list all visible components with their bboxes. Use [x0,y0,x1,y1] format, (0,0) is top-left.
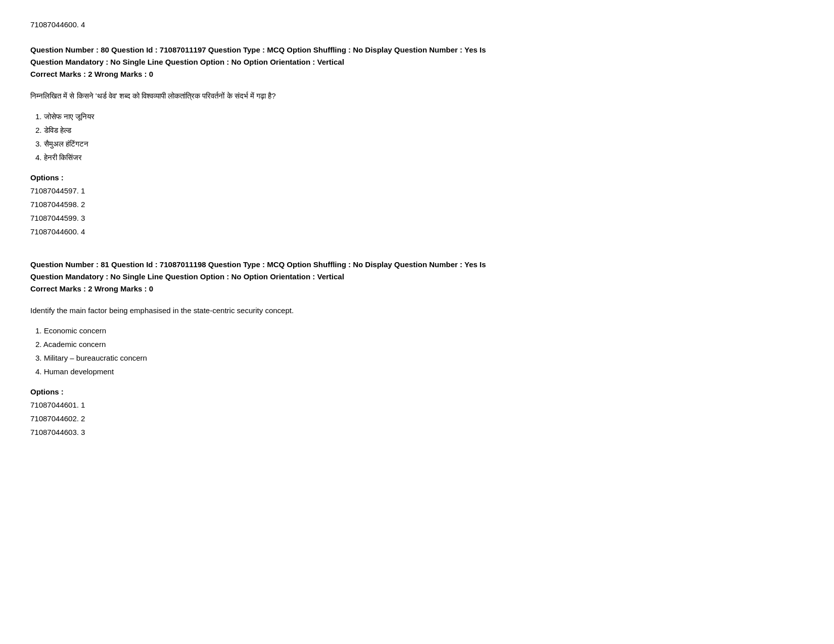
question-81-option-ids: 71087044601. 1 71087044602. 2 7108704460… [30,398,804,439]
answer-option: 3. सैमुअल हंटिंगटन [35,137,804,151]
answer-option: 4. हेनरी किसिंजर [35,151,804,164]
answer-option: 1. Economic concern [35,324,804,337]
option-id-item: 71087044600. 4 [30,225,804,238]
question-80-option-ids: 71087044597. 1 71087044598. 2 7108704459… [30,184,804,238]
answer-option: 1. जोसेफ नाए जूनियर [35,110,804,123]
answer-option: 2. डेविड हेल्ड [35,123,804,137]
question-80-header-line1: Question Number : 80 Question Id : 71087… [30,44,804,56]
question-81-answers: 1. Economic concern 2. Academic concern … [30,324,804,378]
top-option-id: 71087044600. 4 [30,20,804,29]
question-80-body: निम्नलिखित में से किसने 'थर्ड वेव' शब्द … [30,89,804,103]
question-81-options-label: Options : [30,387,804,396]
option-id-item: 71087044602. 2 [30,412,804,425]
question-80-header-line2: Question Mandatory : No Single Line Ques… [30,56,804,68]
answer-option: 2. Academic concern [35,337,804,351]
question-81-block: Question Number : 81 Question Id : 71087… [30,259,804,439]
question-80-header-line3: Correct Marks : 2 Wrong Marks : 0 [30,68,804,80]
question-81-header-line1: Question Number : 81 Question Id : 71087… [30,259,804,271]
option-id-item: 71087044598. 2 [30,197,804,211]
option-id-item: 71087044599. 3 [30,211,804,225]
answer-option: 3. Military – bureaucratic concern [35,351,804,365]
question-81-header-line3: Correct Marks : 2 Wrong Marks : 0 [30,283,804,295]
option-id-item: 71087044597. 1 [30,184,804,197]
question-80-options-label: Options : [30,173,804,182]
answer-option: 4. Human development [35,365,804,378]
question-81-header-line2: Question Mandatory : No Single Line Ques… [30,271,804,283]
question-80-answers: 1. जोसेफ नाए जूनियर 2. डेविड हेल्ड 3. सै… [30,110,804,164]
question-80-block: Question Number : 80 Question Id : 71087… [30,44,804,238]
option-id-item: 71087044601. 1 [30,398,804,412]
question-81-header: Question Number : 81 Question Id : 71087… [30,259,804,295]
question-80-header: Question Number : 80 Question Id : 71087… [30,44,804,80]
option-id-item: 71087044603. 3 [30,425,804,439]
question-81-body: Identify the main factor being emphasise… [30,304,804,317]
